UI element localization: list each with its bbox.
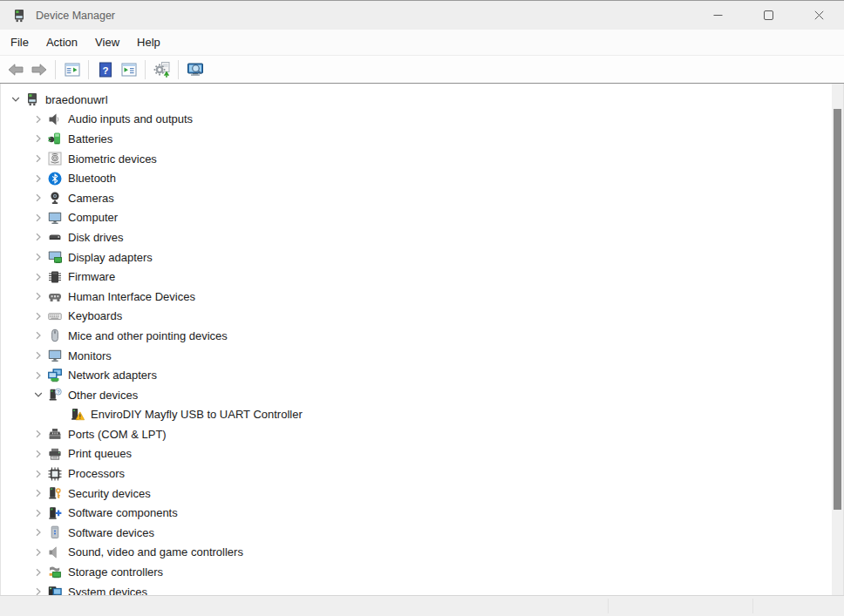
- chevron-right-icon[interactable]: [29, 112, 48, 126]
- unknown-device-icon: ?: [48, 388, 62, 402]
- chevron-right-icon[interactable]: [29, 289, 48, 303]
- tree-item-label: Mice and other pointing devices: [68, 329, 228, 342]
- chevron-right-icon[interactable]: [29, 486, 48, 500]
- processor-icon: [48, 467, 62, 481]
- tree-item-network-adapters[interactable]: Network adapters: [1, 365, 843, 385]
- tree-item-label: Software components: [68, 506, 178, 519]
- security-icon: [48, 486, 62, 500]
- scrollbar-thumb[interactable]: [834, 109, 841, 510]
- chevron-right-icon[interactable]: [29, 565, 48, 579]
- help-icon: ?: [97, 61, 114, 78]
- tree-item-computer[interactable]: Computer: [1, 208, 843, 228]
- tree-item-monitors[interactable]: Monitors: [1, 346, 843, 366]
- maximize-button[interactable]: [743, 1, 793, 30]
- tree-item-sound-video-and-game-controllers[interactable]: Sound, video and game controllers: [1, 543, 843, 563]
- tree-item-envirodiy-mayfly-usb-to-uart-controller[interactable]: EnviroDIY Mayfly USB to UART Controller: [1, 405, 843, 425]
- menu-item-action[interactable]: Action: [37, 32, 86, 52]
- update-driver-button[interactable]: [150, 58, 174, 81]
- bluetooth-icon: [48, 172, 62, 186]
- menu-item-help[interactable]: Help: [128, 32, 169, 52]
- console-tree-icon: [64, 61, 81, 78]
- tree-item-display-adapters[interactable]: Display adapters: [1, 247, 843, 267]
- tree-item-disk-drives[interactable]: Disk drives: [1, 227, 843, 247]
- scan-computer-icon: [187, 61, 204, 78]
- chevron-right-icon[interactable]: [29, 191, 48, 205]
- help-button[interactable]: ?: [93, 58, 117, 81]
- chevron-right-icon[interactable]: [29, 427, 48, 441]
- toolbar-separator: [88, 60, 89, 79]
- tree-item-print-queues[interactable]: Print queues: [1, 444, 843, 464]
- chevron-right-icon[interactable]: [29, 525, 48, 539]
- chevron-right-icon[interactable]: [29, 585, 48, 595]
- menu-item-file[interactable]: File: [2, 32, 37, 52]
- tree-item-mice-and-other-pointing-devices[interactable]: Mice and other pointing devices: [1, 326, 843, 346]
- chevron-right-icon[interactable]: [29, 328, 48, 342]
- forward-button[interactable]: [27, 58, 51, 81]
- tree-item-human-interface-devices[interactable]: Human Interface Devices: [1, 287, 843, 307]
- tree-item-batteries[interactable]: Batteries: [1, 129, 843, 149]
- monitor-icon: [48, 211, 62, 225]
- properties-button[interactable]: [117, 58, 140, 81]
- close-button[interactable]: [793, 1, 844, 30]
- tree-item-braedonuwrl[interactable]: braedonuwrl: [1, 90, 843, 110]
- chevron-right-icon[interactable]: [29, 349, 48, 362]
- device-tree: braedonuwrlAudio inputs and outputsBatte…: [1, 84, 843, 595]
- tree-item-firmware[interactable]: Firmware: [1, 267, 843, 287]
- chevron-right-icon[interactable]: [29, 270, 48, 284]
- show-hide-console-tree-button[interactable]: [60, 58, 84, 81]
- chevron-down-icon[interactable]: [29, 388, 48, 402]
- tree-item-security-devices[interactable]: Security devices: [1, 484, 843, 504]
- tree-item-ports-com-lpt[interactable]: Ports (COM & LPT): [1, 424, 843, 444]
- printer-icon: [48, 447, 62, 461]
- tree-item-label: System devices: [68, 586, 147, 595]
- tree-item-bluetooth[interactable]: Bluetooth: [1, 168, 843, 188]
- tree-item-software-devices[interactable]: Software devices: [1, 523, 843, 543]
- mouse-icon: [48, 328, 62, 342]
- device-manager-icon: [25, 92, 39, 106]
- close-icon: [814, 8, 824, 24]
- window-controls: [692, 1, 844, 30]
- tree-item-label: Sound, video and game controllers: [68, 545, 243, 558]
- chevron-right-icon[interactable]: [29, 172, 48, 186]
- software-device-icon: [48, 525, 62, 539]
- tree-item-other-devices[interactable]: ?Other devices: [1, 385, 843, 405]
- scan-hardware-changes-button[interactable]: [183, 58, 207, 81]
- tree-item-storage-controllers[interactable]: Storage controllers: [1, 562, 843, 582]
- chevron-right-icon[interactable]: [29, 250, 48, 264]
- menu-item-view[interactable]: View: [86, 32, 128, 52]
- chevron-right-icon[interactable]: [29, 545, 48, 559]
- battery-icon: [48, 132, 62, 146]
- chevron-spacer: [51, 408, 71, 422]
- tree-item-label: Keyboards: [68, 309, 122, 322]
- chevron-right-icon[interactable]: [29, 309, 48, 323]
- tree-item-processors[interactable]: Processors: [1, 464, 843, 484]
- serial-port-icon: [48, 427, 62, 441]
- vertical-scrollbar[interactable]: [832, 84, 843, 595]
- firmware-icon: [48, 270, 62, 284]
- tree-item-audio-inputs-and-outputs[interactable]: Audio inputs and outputs: [1, 110, 843, 130]
- toolbar: ?: [0, 56, 844, 84]
- chevron-right-icon[interactable]: [29, 447, 48, 461]
- chevron-down-icon[interactable]: [6, 92, 25, 106]
- minimize-button[interactable]: [692, 1, 743, 30]
- disk-icon: [48, 230, 62, 244]
- tree-item-label: Monitors: [68, 349, 112, 362]
- maximize-icon: [764, 8, 773, 24]
- chevron-right-icon[interactable]: [29, 467, 48, 481]
- svg-text:?: ?: [102, 64, 108, 75]
- chevron-right-icon[interactable]: [29, 506, 48, 520]
- chevron-right-icon[interactable]: [29, 132, 48, 146]
- tree-item-software-components[interactable]: Software components: [1, 503, 843, 523]
- tree-item-keyboards[interactable]: Keyboards: [1, 307, 843, 327]
- tree-item-system-devices[interactable]: System devices: [1, 582, 843, 595]
- toolbar-separator: [55, 60, 56, 79]
- tree-item-biometric-devices[interactable]: Biometric devices: [1, 149, 843, 169]
- chevron-right-icon[interactable]: [29, 152, 48, 166]
- back-button[interactable]: [3, 58, 27, 81]
- tree-item-cameras[interactable]: Cameras: [1, 188, 843, 208]
- chevron-right-icon[interactable]: [29, 230, 48, 244]
- titlebar: Device Manager: [0, 1, 844, 30]
- keyboard-icon: [48, 309, 62, 323]
- chevron-right-icon[interactable]: [29, 211, 48, 225]
- chevron-right-icon[interactable]: [29, 369, 48, 382]
